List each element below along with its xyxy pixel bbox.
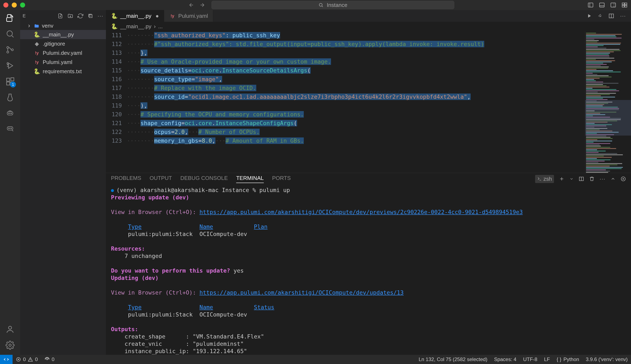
yaml-icon: !y <box>169 12 176 19</box>
search-activity-icon[interactable] <box>6 29 15 38</box>
terminal-output[interactable]: (venv) akarshaik@akarshaik-mac Instance … <box>106 185 631 355</box>
file-item[interactable]: 🐍requirements.txt <box>20 67 106 76</box>
file-item[interactable]: !yPulumi.yaml <box>20 58 106 67</box>
refresh-icon[interactable] <box>78 13 83 19</box>
resources-label: Resources: <box>111 246 145 252</box>
command-center-search[interactable]: Instance <box>211 1 454 9</box>
new-file-icon[interactable] <box>57 13 63 19</box>
close-panel-icon[interactable] <box>620 176 626 182</box>
nav-back-icon[interactable] <box>188 2 194 8</box>
more-icon[interactable]: ··· <box>98 13 103 19</box>
code-line: ····# Use an Oracle-provided image or yo… <box>127 57 631 66</box>
code-line: ····source_details=oci.core.InstanceSour… <box>127 66 631 75</box>
new-folder-icon[interactable] <box>67 13 73 19</box>
run-debug-icon[interactable] <box>6 61 15 70</box>
status-spaces[interactable]: Spaces: 4 <box>491 356 520 362</box>
panel-tab-terminal[interactable]: TERMINAL <box>236 175 263 183</box>
svg-rect-3 <box>611 3 616 7</box>
accounts-icon[interactable] <box>6 325 15 334</box>
code-editor[interactable]: 111112113114115116117118119120121122123 … <box>106 31 631 173</box>
file-item[interactable]: 🐍__main__.py <box>20 30 106 39</box>
toggle-secondary-sidebar-icon[interactable] <box>610 2 616 8</box>
status-interpreter[interactable]: 3.9.6 ('venv': venv) <box>582 356 631 362</box>
editor-tab[interactable]: 🐍__main__.py● <box>106 10 164 22</box>
updating-label: Updating (dev) <box>111 275 159 281</box>
toggle-panel-icon[interactable] <box>599 2 605 8</box>
collapse-all-icon[interactable] <box>88 13 93 19</box>
panel-tab-debug-console[interactable]: DEBUG CONSOLE <box>180 175 228 183</box>
preview-url-link[interactable]: https://app.pulumi.com/akarshitigi/OCICo… <box>199 209 523 215</box>
bottom-panel: PROBLEMSOUTPUTDEBUG CONSOLETERMINALPORTS… <box>106 173 631 355</box>
kill-terminal-icon[interactable] <box>589 176 594 182</box>
svg-point-11 <box>7 51 9 53</box>
minimize-window-button[interactable] <box>12 2 17 8</box>
view-in-browser-label-2: View in Browser (Ctrl+O): <box>111 289 199 296</box>
breadcrumb[interactable]: 🐍 __main__.py › ... <box>106 22 631 31</box>
code-line: ········ocpus=2.0,···# Number of OCPUs. <box>127 128 631 136</box>
maximize-window-button[interactable] <box>20 2 25 8</box>
explorer-label: E <box>23 13 26 18</box>
status-problems[interactable]: 0 0 <box>13 356 41 362</box>
split-terminal-icon[interactable] <box>579 176 584 182</box>
panel-tab-problems[interactable]: PROBLEMS <box>111 175 141 183</box>
broadcast-icon <box>45 357 50 362</box>
status-ports[interactable]: 0 <box>41 356 58 362</box>
remote-indicator[interactable] <box>0 355 13 364</box>
explorer-icon[interactable] <box>6 14 15 22</box>
chevron-right-icon <box>27 24 32 28</box>
update-url-link[interactable]: https://app.pulumi.com/akarshitigi/OCICo… <box>199 289 404 296</box>
confirm-prompt: Do you want to perform this update? <box>111 267 230 274</box>
run-dropdown-icon[interactable] <box>598 14 602 18</box>
code-line: ········#"ssh_authorized_keys": std.file… <box>127 40 631 48</box>
status-language[interactable]: { } Python <box>553 356 582 362</box>
status-cursor[interactable]: Ln 132, Col 75 (2582 selected) <box>415 356 491 362</box>
run-button-icon[interactable] <box>586 13 592 19</box>
close-window-button[interactable] <box>3 2 8 8</box>
tab-dirty-icon[interactable]: ● <box>156 13 159 19</box>
terminal-profile-icon[interactable]: zsh <box>535 175 554 183</box>
split-editor-icon[interactable] <box>608 13 614 19</box>
minimap-viewport[interactable] <box>585 100 631 136</box>
copilot-chat-icon[interactable] <box>6 124 14 132</box>
stack-type-2: pulumi:pulumi:Stack <box>128 311 193 318</box>
maximize-panel-icon[interactable] <box>610 176 615 181</box>
activity-bar: 1 <box>0 10 20 355</box>
minimap[interactable] <box>585 31 631 173</box>
nav-forward-icon[interactable] <box>199 2 205 8</box>
status-encoding[interactable]: UTF-8 <box>520 356 541 362</box>
error-icon <box>16 357 21 362</box>
file-item[interactable]: !yPulumi.dev.yaml <box>20 48 106 58</box>
new-terminal-icon[interactable] <box>559 176 564 182</box>
col-plan: Plan <box>254 224 267 230</box>
more-actions-icon[interactable]: ··· <box>620 13 626 19</box>
status-eol[interactable]: LF <box>541 356 553 362</box>
customize-layout-icon[interactable] <box>621 2 628 8</box>
extensions-icon[interactable]: 1 <box>6 77 15 86</box>
python-icon: 🐍 <box>34 68 40 75</box>
output-vnic: create_vnic : "pulumideminst" <box>111 340 244 347</box>
folder-icon <box>34 23 39 29</box>
copilot-icon[interactable] <box>6 109 14 117</box>
testing-icon[interactable] <box>6 93 15 102</box>
code-line: ········memory_in_gbs=8.0,···# Amount of… <box>127 136 631 145</box>
folder-venv[interactable]: venv <box>20 22 106 30</box>
terminal-command: pulumi up <box>259 187 290 193</box>
file-item[interactable]: ◆.gitignore <box>20 39 106 48</box>
terminal-dropdown-icon[interactable] <box>569 177 574 181</box>
resources-line: 7 unchanged <box>111 253 162 259</box>
svg-rect-8 <box>7 18 12 21</box>
file-label: .gitignore <box>43 40 65 47</box>
python-icon: 🐍 <box>111 23 118 30</box>
settings-gear-icon[interactable] <box>6 340 15 350</box>
toggle-primary-sidebar-icon[interactable] <box>587 2 594 8</box>
output-shape: create_shape : "VM.Standard.E4.Flex" <box>111 333 264 340</box>
svg-point-0 <box>319 3 322 6</box>
source-control-icon[interactable] <box>6 45 15 54</box>
svg-point-24 <box>9 326 12 329</box>
panel-tab-ports[interactable]: PORTS <box>272 175 291 183</box>
panel-tab-output[interactable]: OUTPUT <box>150 175 172 183</box>
yaml-icon: !y <box>34 59 40 66</box>
editor-tab[interactable]: !yPulumi.yaml <box>164 10 213 22</box>
svg-point-23 <box>11 128 12 129</box>
panel-more-icon[interactable]: ··· <box>599 176 605 182</box>
